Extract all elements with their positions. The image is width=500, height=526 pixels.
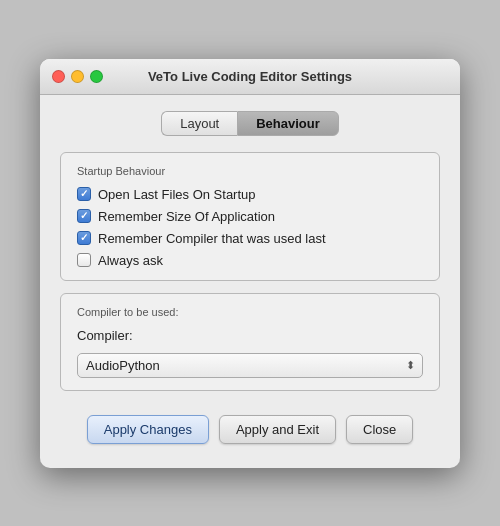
checkbox-row-remember-size: Remember Size Of Application xyxy=(77,209,423,224)
checkbox-row-remember-compiler: Remember Compiler that was used last xyxy=(77,231,423,246)
checkbox-always-ask[interactable] xyxy=(77,253,91,267)
compiler-select[interactable]: AudioPython SuperCollider ChucK xyxy=(77,353,423,378)
checkbox-remember-size-label: Remember Size Of Application xyxy=(98,209,275,224)
tab-behaviour[interactable]: Behaviour xyxy=(237,111,339,136)
window-controls xyxy=(52,70,103,83)
startup-section: Startup Behaviour Open Last Files On Sta… xyxy=(60,152,440,281)
maximize-button[interactable] xyxy=(90,70,103,83)
checkbox-row-always-ask: Always ask xyxy=(77,253,423,268)
apply-changes-button[interactable]: Apply Changes xyxy=(87,415,209,444)
tab-layout[interactable]: Layout xyxy=(161,111,237,136)
checkbox-row-open-last: Open Last Files On Startup xyxy=(77,187,423,202)
checkbox-open-last-files[interactable] xyxy=(77,187,91,201)
close-button[interactable] xyxy=(52,70,65,83)
startup-section-title: Startup Behaviour xyxy=(77,165,423,177)
checkbox-remember-size[interactable] xyxy=(77,209,91,223)
tab-bar: Layout Behaviour xyxy=(60,111,440,136)
window-content: Layout Behaviour Startup Behaviour Open … xyxy=(40,95,460,468)
checkbox-remember-compiler[interactable] xyxy=(77,231,91,245)
settings-window: VeTo Live Coding Editor Settings Layout … xyxy=(40,59,460,468)
compiler-section: Compiler to be used: Compiler: AudioPyth… xyxy=(60,293,440,391)
apply-exit-button[interactable]: Apply and Exit xyxy=(219,415,336,444)
button-row: Apply Changes Apply and Exit Close xyxy=(60,411,440,448)
compiler-section-title: Compiler to be used: xyxy=(77,306,423,318)
checkbox-remember-compiler-label: Remember Compiler that was used last xyxy=(98,231,326,246)
compiler-select-wrapper: AudioPython SuperCollider ChucK ⬍ xyxy=(77,353,423,378)
checkbox-always-ask-label: Always ask xyxy=(98,253,163,268)
window-title: VeTo Live Coding Editor Settings xyxy=(148,69,352,84)
titlebar: VeTo Live Coding Editor Settings xyxy=(40,59,460,95)
checkbox-open-last-label: Open Last Files On Startup xyxy=(98,187,256,202)
compiler-label: Compiler: xyxy=(77,328,423,343)
close-dialog-button[interactable]: Close xyxy=(346,415,413,444)
minimize-button[interactable] xyxy=(71,70,84,83)
